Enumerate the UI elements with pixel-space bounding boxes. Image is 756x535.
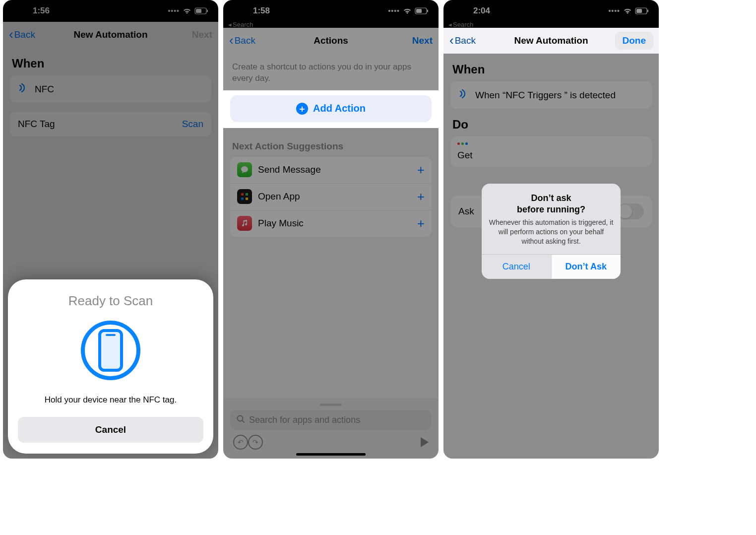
nfc-trigger-cell[interactable]: NFC <box>10 75 211 103</box>
confirm-alert: Don’t ask before running? Whenever this … <box>482 184 621 279</box>
wifi-icon <box>403 7 412 14</box>
nav-title: Actions <box>223 35 439 46</box>
suggestions-list: Send Message + Open App + Play <box>230 157 432 237</box>
svg-rect-2 <box>207 10 208 12</box>
suggestion-row[interactable]: Play Music + <box>230 210 432 237</box>
alert-confirm-button[interactable]: Don’t Ask <box>551 255 621 279</box>
nfc-scan-sheet: Ready to Scan Hold your device near the … <box>8 279 213 454</box>
status-right: •••• <box>168 7 208 15</box>
scan-cancel-button[interactable]: Cancel <box>18 417 203 443</box>
svg-rect-14 <box>636 9 642 13</box>
add-suggestion-icon[interactable]: + <box>417 189 425 204</box>
back-label: Back <box>14 29 35 40</box>
status-right: •••• <box>608 7 649 15</box>
music-app-icon <box>237 216 252 231</box>
scan-message: Hold your device near the NFC tag. <box>18 395 203 405</box>
alert-title: Don’t ask before running? <box>482 184 621 216</box>
svg-rect-8 <box>246 193 248 196</box>
actions-description: Create a shortcut to actions you do in y… <box>223 54 439 90</box>
redo-icon[interactable]: ↷ <box>248 435 263 450</box>
svg-rect-9 <box>241 198 244 200</box>
signal-dots-icon: •••• <box>608 7 620 15</box>
screenshot-2: 1:58 •••• ◂ Search ‹ Back Actions Next <box>223 0 439 459</box>
svg-rect-10 <box>246 198 248 200</box>
wifi-icon <box>183 7 191 14</box>
home-indicator <box>296 453 366 456</box>
back-label: Back <box>455 35 476 46</box>
back-button[interactable]: ‹ Back <box>449 35 476 46</box>
nfc-label: NFC <box>35 84 54 95</box>
battery-icon <box>194 7 208 14</box>
search-placeholder: Search for apps and actions <box>249 415 360 425</box>
open-app-icon <box>237 189 252 204</box>
svg-rect-4 <box>416 9 422 13</box>
when-cell-group: When “NFC Triggers ” is detected <box>450 81 652 109</box>
search-field[interactable]: Search for apps and actions <box>230 410 432 430</box>
undo-icon[interactable]: ↶ <box>233 435 248 450</box>
do-action-card[interactable]: Get <box>450 136 652 167</box>
svg-rect-7 <box>241 193 244 196</box>
alert-message: Whenever this automation is triggered, i… <box>482 216 621 254</box>
ask-toggle[interactable] <box>617 203 644 219</box>
done-button[interactable]: Done <box>616 32 653 49</box>
messages-app-icon <box>237 162 252 177</box>
screenshot-3: 2:04 •••• ◂ Search ‹ Back New Automation… <box>443 0 659 459</box>
play-icon[interactable] <box>421 437 429 447</box>
when-header: When <box>3 48 218 75</box>
when-trigger-cell[interactable]: When “NFC Triggers ” is detected <box>450 81 652 109</box>
nav-bar: ‹ Back New Automation Done <box>443 28 659 54</box>
alert-cancel-button[interactable]: Cancel <box>482 255 551 279</box>
nav-bar: ‹ Back New Automation Next <box>3 22 218 48</box>
next-button[interactable]: Next <box>192 29 212 40</box>
status-bar: 2:04 •••• <box>443 0 659 22</box>
add-action-wrap: ＋ Add Action <box>223 90 439 128</box>
plus-circle-icon: ＋ <box>296 103 308 115</box>
svg-point-11 <box>238 415 243 421</box>
svg-line-12 <box>243 420 245 422</box>
suggestion-row[interactable]: Open App + <box>230 184 432 210</box>
nfc-tag-label: NFC Tag <box>18 119 55 130</box>
back-label: Back <box>235 35 255 46</box>
scan-graphic <box>81 321 140 380</box>
ask-label: Ask <box>458 206 474 217</box>
do-header: Do <box>443 109 659 136</box>
add-suggestion-icon[interactable]: + <box>417 216 425 231</box>
status-time: 1:58 <box>233 6 270 16</box>
screenshot-1: 1:56 •••• ‹ Back New Automation Next Whe… <box>3 0 218 459</box>
breadcrumb[interactable]: ◂ Search <box>443 22 659 28</box>
bottom-search-area: Search for apps and actions ↶ ↷ <box>223 399 439 459</box>
nav-bar: ‹ Back Actions Next <box>223 28 439 54</box>
scan-link[interactable]: Scan <box>182 119 203 130</box>
suggestion-row[interactable]: Send Message + <box>230 157 432 184</box>
status-time: 1:56 <box>13 6 50 16</box>
status-bar: 1:58 •••• <box>223 0 439 22</box>
suggestion-label: Open App <box>258 191 300 202</box>
status-bar: 1:56 •••• <box>3 0 218 22</box>
nfc-icon <box>458 88 469 102</box>
suggestion-label: Send Message <box>258 164 321 175</box>
add-suggestion-icon[interactable]: + <box>417 162 425 178</box>
nfc-icon <box>18 82 29 96</box>
suggestion-label: Play Music <box>258 218 304 229</box>
nfc-tag-cell[interactable]: NFC Tag Scan <box>10 112 211 136</box>
phone-outline-icon <box>98 329 123 372</box>
drag-handle[interactable] <box>320 403 342 406</box>
nfc-tag-group: NFC Tag Scan <box>10 112 211 136</box>
svg-rect-15 <box>647 10 648 12</box>
svg-rect-1 <box>196 9 201 13</box>
when-header: When <box>443 54 659 81</box>
next-button[interactable]: Next <box>412 35 433 46</box>
svg-point-6 <box>241 166 248 172</box>
back-button[interactable]: ‹ Back <box>229 35 255 46</box>
battery-icon <box>635 7 649 14</box>
add-action-button[interactable]: ＋ Add Action <box>230 95 432 122</box>
nav-title: New Automation <box>3 29 218 40</box>
signal-dots-icon: •••• <box>168 7 180 15</box>
status-right: •••• <box>388 7 429 15</box>
breadcrumb[interactable]: ◂ Search <box>223 22 439 28</box>
do-action-label: Get <box>457 150 645 161</box>
back-button[interactable]: ‹ Back <box>9 29 35 40</box>
mini-toolbar: ↶ ↷ <box>230 435 432 452</box>
alert-buttons: Cancel Don’t Ask <box>482 254 621 279</box>
suggestions-header: Next Action Suggestions <box>223 128 439 157</box>
